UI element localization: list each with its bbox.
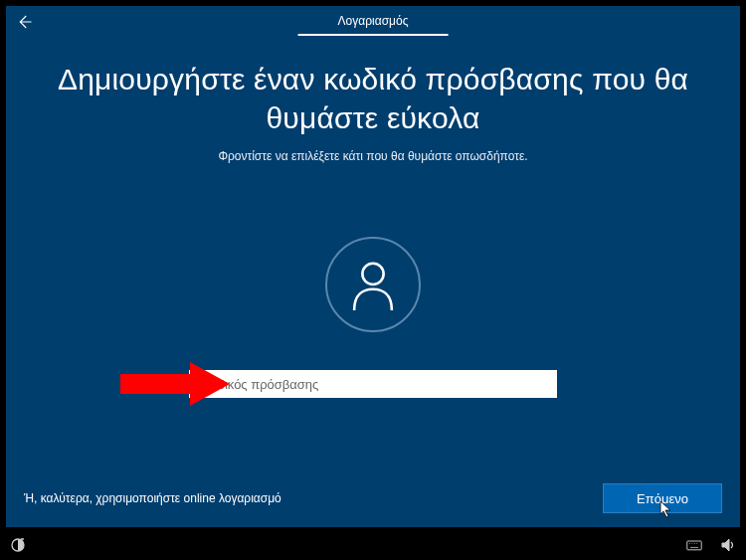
annotation-arrow-icon xyxy=(120,362,230,406)
svg-point-0 xyxy=(362,264,383,284)
svg-rect-3 xyxy=(687,541,701,550)
volume-icon[interactable] xyxy=(720,537,736,557)
password-input[interactable] xyxy=(189,370,557,398)
avatar xyxy=(325,237,421,332)
keyboard-icon[interactable] xyxy=(686,537,702,557)
cursor-icon xyxy=(659,500,673,518)
top-bar: Λογαριασμός xyxy=(6,6,740,36)
page-subtitle: Φροντίστε να επιλέξετε κάτι που θα θυμάσ… xyxy=(36,149,710,163)
svg-marker-1 xyxy=(120,362,230,406)
taskbar xyxy=(0,533,746,560)
ease-of-access-icon[interactable] xyxy=(10,537,26,557)
tab-account[interactable]: Λογαριασμός xyxy=(298,10,449,36)
back-button[interactable] xyxy=(12,10,36,34)
user-icon xyxy=(349,259,397,310)
next-button[interactable]: Επόμενο xyxy=(603,483,722,513)
page-title: Δημιουργήστε έναν κωδικό πρόσβασης που θ… xyxy=(36,60,710,137)
content-area: Δημιουργήστε έναν κωδικό πρόσβασης που θ… xyxy=(6,36,740,398)
arrow-left-icon xyxy=(15,13,33,31)
setup-panel: Λογαριασμός Δημιουργήστε έναν κωδικό πρό… xyxy=(6,6,740,527)
footer: Ή, καλύτερα, χρησιμοποιήστε online λογαρ… xyxy=(6,483,740,513)
use-online-account-link[interactable]: Ή, καλύτερα, χρησιμοποιήστε online λογαρ… xyxy=(24,491,281,505)
